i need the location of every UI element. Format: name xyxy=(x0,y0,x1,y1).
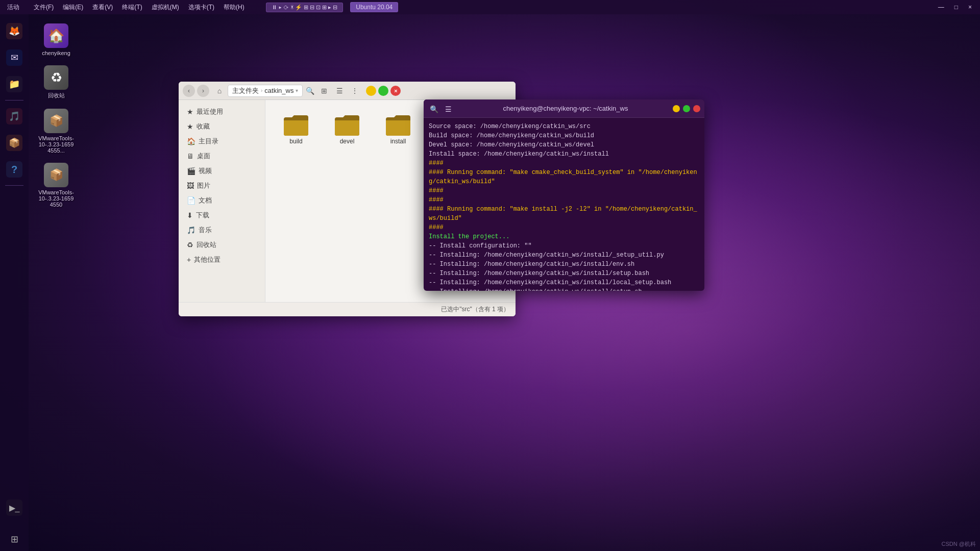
fm-sidebar-documents-icon: 📄 xyxy=(187,196,195,205)
taskbar-right: — □ × xyxy=(930,3,980,12)
fm-breadcrumb-home: 主文件夹 xyxy=(232,86,259,95)
fm-back-button[interactable]: ‹ xyxy=(183,85,195,97)
term-search-button[interactable]: 🔍 xyxy=(428,105,440,112)
fm-sidebar-music[interactable]: 🎵 音乐 xyxy=(181,223,263,237)
term-output-line: Install space: /home/chenyikeng/catkin_w… xyxy=(429,149,699,159)
desktop-icon-vmtools1[interactable]: 📦 VMwareTools-10-.3.23-16594555... xyxy=(36,107,77,156)
fm-minimize-button[interactable] xyxy=(366,86,376,96)
desktop-icon-home[interactable]: 🏠 chenyikeng xyxy=(36,21,77,58)
dock-separator-1 xyxy=(5,100,23,101)
fm-view-grid-button[interactable]: ⊞ xyxy=(317,84,331,98)
term-menu-button[interactable]: ☰ xyxy=(442,105,454,112)
taskbar-menu-help[interactable]: 帮助(H) xyxy=(219,2,249,13)
terminal-window: 🔍 ☰ chenyikeng@chenyikeng-vpc: ~/catkin_… xyxy=(424,99,704,291)
fm-sidebar-home[interactable]: 🏠 主目录 xyxy=(181,134,263,148)
fm-sidebar-downloads[interactable]: ⬇ 下载 xyxy=(181,208,263,222)
fm-sidebar-favorites-icon: ★ xyxy=(187,122,193,131)
fm-sidebar-other[interactable]: + 其他位置 xyxy=(181,253,263,267)
dock-firefox[interactable]: 🦊 xyxy=(3,19,26,43)
fm-sidebar: ★ 最近使用 ★ 收藏 🏠 主目录 🖥 桌面 🎬 视频 🖼 图片 xyxy=(179,100,265,302)
taskbar-menu-view[interactable]: 查看(V) xyxy=(88,2,117,13)
taskbar-ubuntu-tab[interactable]: Ubuntu 20.04 xyxy=(350,2,398,12)
fm-home-button[interactable]: ⌂ xyxy=(213,85,226,97)
fm-breadcrumb[interactable]: 主文件夹 › catkin_ws ▾ xyxy=(228,85,303,97)
fm-sidebar-trash[interactable]: ♻ 回收站 xyxy=(181,238,263,252)
taskbar-left: 活动 文件(F) 编辑(E) 查看(V) 终端(T) 虚拟机(M) 选项卡(T)… xyxy=(0,2,401,13)
fm-view-menu-button[interactable]: ⋮ xyxy=(348,84,362,98)
fm-sidebar-trash-icon: ♻ xyxy=(187,241,193,249)
term-output-line: #### xyxy=(429,186,699,195)
taskbar-menu-file[interactable]: 文件(F) xyxy=(30,2,58,13)
fm-folder-devel[interactable]: devel xyxy=(327,110,368,148)
taskbar-menu-vm[interactable]: 虚拟机(M) xyxy=(148,2,183,13)
fm-status-text: 已选中"src"（含有 1 项） xyxy=(441,305,509,314)
fm-view-list-button[interactable]: ☰ xyxy=(332,84,347,98)
dock-rhythmbox[interactable]: 🎵 xyxy=(3,105,26,128)
term-output-line: Build space: /home/chenyikeng/catkin_ws/… xyxy=(429,131,699,140)
term-output-line: -- Installing: /home/chenyikeng/catkin_w… xyxy=(429,269,699,278)
dock-software[interactable]: 📦 xyxy=(3,131,26,155)
term-output-line: -- Installing: /home/chenyikeng/catkin_w… xyxy=(429,260,699,269)
fm-sidebar-desktop[interactable]: 🖥 桌面 xyxy=(181,149,263,163)
dock-thunderbird[interactable]: ✉ xyxy=(3,46,26,69)
term-output-line: -- Installing: /home/chenyikeng/catkin_w… xyxy=(429,278,699,287)
fm-sidebar-recent-label: 最近使用 xyxy=(197,107,223,116)
desktop-icons-area: 🏠 chenyikeng ♻ 回收站 📦 VMwareTools-10-.3.2… xyxy=(31,16,82,215)
term-close-button[interactable] xyxy=(693,105,700,112)
dock-files[interactable]: 📁 xyxy=(3,72,26,96)
fm-close-button[interactable]: × xyxy=(390,86,401,96)
taskbar-app-icon-bar[interactable]: ⏸ ▶ ⟳ ☀ ⚡ ⊞ ⊟ ⊡ ⊞ ▸ ⊟ xyxy=(266,3,344,12)
dock: 🦊 ✉ 📁 🎵 📦 ? ▶_ ⊞ xyxy=(0,14,29,551)
dock-terminal[interactable]: ▶_ xyxy=(3,496,26,519)
fm-folder-devel-name: devel xyxy=(340,138,355,145)
term-minimize-button[interactable] xyxy=(673,105,680,112)
fm-forward-button[interactable]: › xyxy=(197,85,209,97)
fm-maximize-button[interactable] xyxy=(378,86,388,96)
dock-separator-2 xyxy=(5,185,23,186)
fm-folder-install-icon xyxy=(385,113,411,136)
fm-sidebar-downloads-label: 下载 xyxy=(196,211,209,220)
term-output-line: -- Installing: /home/chenyikeng/catkin_w… xyxy=(429,251,699,260)
fm-window-controls: × xyxy=(366,86,401,96)
taskbar-menu-edit[interactable]: 编辑(E) xyxy=(59,2,87,13)
fm-sidebar-recent-icon: ★ xyxy=(187,108,193,116)
fm-sidebar-home-label: 主目录 xyxy=(199,137,218,146)
term-output-line: #### xyxy=(429,223,699,232)
term-output-line: Source space: /home/chenyikeng/catkin_ws… xyxy=(429,122,699,131)
term-maximize-button[interactable] xyxy=(683,105,690,112)
activities-button[interactable]: 活动 xyxy=(3,2,23,13)
fm-sidebar-videos-icon: 🎬 xyxy=(187,167,195,175)
desktop-icon-vmtools2[interactable]: 📦 VMwareTools-10-.3.23-16594550 xyxy=(36,161,77,210)
fm-sidebar-documents[interactable]: 📄 文档 xyxy=(181,193,263,208)
fm-sidebar-videos[interactable]: 🎬 视频 xyxy=(181,164,263,178)
taskbar-right-maximize[interactable]: □ xyxy=(951,3,961,12)
fm-breadcrumb-current: catkin_ws xyxy=(264,87,293,94)
taskbar-menu-tabs[interactable]: 选项卡(T) xyxy=(184,2,218,13)
fm-sidebar-pictures[interactable]: 🖼 图片 xyxy=(181,179,263,193)
taskbar-menu-terminal[interactable]: 终端(T) xyxy=(118,2,146,13)
watermark: CSDN @机科 xyxy=(942,540,976,548)
desktop-icon-recycle[interactable]: ♻ 回收站 xyxy=(36,63,77,102)
term-output-line: Install the project... xyxy=(429,232,699,241)
term-output: Source space: /home/chenyikeng/catkin_ws… xyxy=(424,118,704,291)
fm-statusbar: 已选中"src"（含有 1 项） xyxy=(179,302,516,316)
fm-breadcrumb-arrow: ▾ xyxy=(296,88,298,93)
fm-sidebar-pictures-icon: 🖼 xyxy=(187,182,194,190)
desktop-icon-home-label: chenyikeng xyxy=(42,50,70,56)
fm-sidebar-desktop-label: 桌面 xyxy=(197,152,210,161)
fm-folder-install[interactable]: install xyxy=(378,110,419,148)
fm-folder-devel-icon xyxy=(334,113,360,136)
dock-show-apps[interactable]: ⊞ xyxy=(3,528,26,551)
fm-sidebar-recent[interactable]: ★ 最近使用 xyxy=(181,105,263,119)
term-output-line: #### Running command: "make cmake_check_… xyxy=(429,168,699,186)
fm-sidebar-documents-label: 文档 xyxy=(199,196,212,205)
term-output-line: #### Running command: "make install -j2 … xyxy=(429,205,699,223)
fm-folder-build[interactable]: build xyxy=(276,110,316,148)
taskbar-right-close[interactable]: × xyxy=(965,3,975,12)
fm-titlebar: ‹ › ⌂ 主文件夹 › catkin_ws ▾ 🔍 ⊞ ☰ ⋮ × xyxy=(179,82,516,100)
dock-help[interactable]: ? xyxy=(3,158,26,181)
fm-folder-build-icon xyxy=(283,113,309,136)
fm-sidebar-favorites[interactable]: ★ 收藏 xyxy=(181,119,263,134)
fm-search-button[interactable]: 🔍 xyxy=(303,84,317,98)
taskbar-right-minimize[interactable]: — xyxy=(935,3,947,12)
